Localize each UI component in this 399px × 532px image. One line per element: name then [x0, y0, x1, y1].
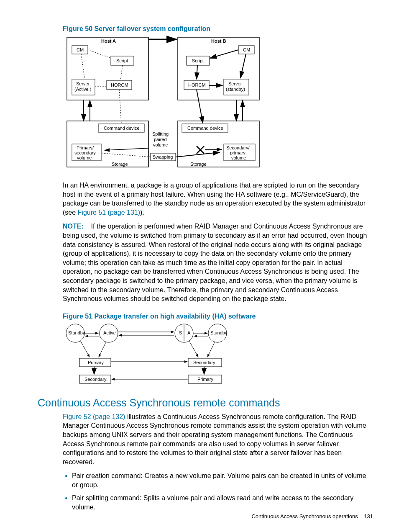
svg-line-53 [105, 148, 148, 150]
svg-line-60 [119, 90, 121, 123]
svg-text:HORCM: HORCM [111, 82, 128, 87]
link-figure52[interactable]: Figure 52 (page 132) [63, 413, 125, 420]
page-footer: Continuous Access Synchronous operations… [251, 513, 373, 519]
svg-text:Command device: Command device [104, 126, 140, 131]
svg-text:Host A: Host A [101, 39, 116, 44]
note-paragraph: NOTE: If the operation is performed when… [63, 222, 374, 303]
figure51-diagram: Standby Active Primary Secondary S A Sta… [63, 323, 374, 389]
svg-line-52 [102, 153, 151, 157]
note-text: If the operation is performed when RAID … [63, 223, 367, 302]
svg-line-76 [99, 342, 106, 357]
svg-text:volume: volume [77, 155, 92, 160]
svg-text:Standby: Standby [68, 330, 85, 335]
list-item: Pair splitting command: Splits a volume … [72, 493, 374, 511]
svg-text:Active: Active [103, 330, 116, 335]
svg-text:volume: volume [153, 142, 168, 147]
figure50-caption: Figure 50 Server failover system configu… [63, 25, 374, 33]
para1-text-b: ). [140, 209, 144, 216]
svg-text:secondary: secondary [74, 150, 96, 155]
svg-text:Server: Server [228, 81, 242, 86]
svg-line-26 [210, 50, 238, 58]
svg-text:(Active ): (Active ) [74, 87, 91, 92]
document-page: Figure 50 Server failover system configu… [0, 0, 399, 532]
svg-line-75 [80, 341, 90, 357]
svg-text:Swapping: Swapping [153, 154, 173, 159]
svg-text:CM: CM [77, 47, 84, 52]
svg-line-61 [197, 90, 203, 123]
svg-text:A: A [187, 330, 191, 335]
svg-line-90 [189, 341, 198, 357]
section-heading-cas-remote: Continuous Access Synchronous remote com… [38, 397, 374, 409]
svg-text:Primary: Primary [197, 377, 213, 382]
command-list: Pair creation command: Creates a new vol… [63, 471, 374, 511]
section-paragraph: Figure 52 (page 132) illustrates a Conti… [63, 412, 374, 467]
figure51-caption: Figure 51 Package transfer on high avail… [63, 313, 374, 320]
content-area: Figure 50 Server failover system configu… [63, 25, 374, 389]
paragraph-ha-env: In an HA environment, a package is a gro… [63, 181, 374, 217]
svg-text:Secondary: Secondary [84, 377, 107, 382]
svg-line-11 [81, 54, 84, 78]
svg-text:Host B: Host B [211, 39, 226, 44]
svg-line-29 [240, 54, 246, 78]
svg-text:Primary/: Primary/ [77, 145, 94, 150]
svg-text:S: S [179, 330, 182, 335]
svg-text:volume: volume [231, 155, 246, 160]
svg-text:primary: primary [230, 150, 246, 155]
svg-text:Splitting: Splitting [152, 131, 169, 136]
svg-text:Command device: Command device [187, 126, 223, 131]
list-item: Pair creation command: Creates a new vol… [72, 471, 374, 489]
svg-text:CM: CM [243, 47, 250, 52]
link-figure51[interactable]: Figure 51 (page 131) [78, 209, 140, 216]
note-label: NOTE: [63, 223, 84, 230]
svg-text:Storage: Storage [112, 162, 128, 167]
svg-line-27 [197, 65, 197, 79]
page-number: 131 [364, 513, 373, 519]
svg-text:paired: paired [154, 137, 167, 142]
svg-rect-15 [178, 37, 259, 100]
svg-text:Server: Server [76, 81, 90, 86]
svg-text:Secondary/: Secondary/ [226, 145, 250, 150]
section-para-text: illustrates a Continuous Access Synchron… [63, 413, 366, 465]
svg-line-91 [207, 342, 215, 357]
section-block: Continuous Access Synchronous remote com… [63, 397, 374, 512]
svg-text:Script: Script [192, 58, 204, 63]
footer-text: Continuous Access Synchronous operations [251, 513, 358, 519]
svg-text:(standby): (standby) [226, 87, 245, 92]
svg-text:Primary: Primary [88, 360, 104, 365]
svg-text:Secondary: Secondary [193, 360, 215, 365]
svg-text:Storage: Storage [190, 162, 207, 167]
svg-text:Standby: Standby [210, 330, 228, 335]
svg-line-13 [120, 65, 123, 80]
svg-line-12 [88, 50, 111, 58]
svg-text:HORCM: HORCM [188, 82, 206, 87]
figure50-diagram: Host A CM Script Server (Active ) HORCM [63, 35, 374, 175]
svg-text:Script: Script [116, 58, 128, 63]
